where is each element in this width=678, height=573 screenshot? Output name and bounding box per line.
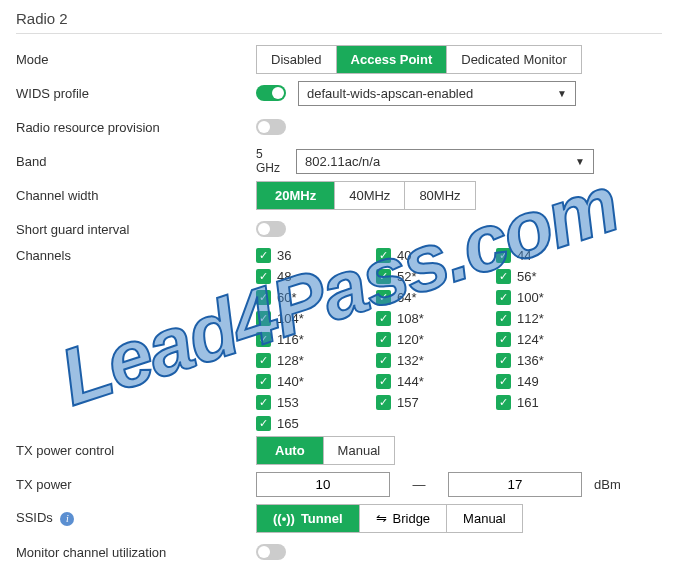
channel-checkbox[interactable]: ✓ <box>376 332 391 347</box>
channel-checkbox[interactable]: ✓ <box>496 353 511 368</box>
channel-checkbox[interactable]: ✓ <box>496 290 511 305</box>
sgi-label: Short guard interval <box>16 222 256 237</box>
channel-item: ✓52* <box>376 269 496 284</box>
channel-label: 64* <box>397 290 417 305</box>
channel-checkbox[interactable]: ✓ <box>256 374 271 389</box>
band-dropdown-value: 802.11ac/n/a <box>305 154 380 169</box>
channel-label: 52* <box>397 269 417 284</box>
channel-checkbox[interactable]: ✓ <box>256 416 271 431</box>
chw-80mhz-button[interactable]: 80MHz <box>405 182 474 209</box>
channel-item: ✓157 <box>376 395 496 410</box>
txpc-manual-button[interactable]: Manual <box>324 437 395 464</box>
txpw-high-input[interactable] <box>448 472 582 497</box>
channel-item: ✓48 <box>256 269 376 284</box>
channel-checkbox[interactable]: ✓ <box>376 290 391 305</box>
rrp-label: Radio resource provision <box>16 120 256 135</box>
ssid-bridge-text: Bridge <box>393 511 431 526</box>
channel-item: ✓112* <box>496 311 616 326</box>
mcu-label: Monitor channel utilization <box>16 545 256 560</box>
mode-accesspoint-button[interactable]: Access Point <box>337 46 448 73</box>
txpw-unit: dBm <box>594 477 621 492</box>
channel-item: ✓144* <box>376 374 496 389</box>
channel-item: ✓140* <box>256 374 376 389</box>
chw-40mhz-button[interactable]: 40MHz <box>335 182 405 209</box>
channel-checkbox[interactable]: ✓ <box>256 395 271 410</box>
channel-checkbox[interactable]: ✓ <box>496 248 511 263</box>
channel-checkbox[interactable]: ✓ <box>256 290 271 305</box>
channel-checkbox[interactable]: ✓ <box>256 353 271 368</box>
channel-item: ✓100* <box>496 290 616 305</box>
channel-label: 128* <box>277 353 304 368</box>
ssid-manual-text: Manual <box>463 511 506 526</box>
info-icon[interactable]: i <box>60 512 74 526</box>
channel-label: 40 <box>397 248 411 263</box>
channel-item: ✓161 <box>496 395 616 410</box>
channel-checkbox[interactable]: ✓ <box>376 353 391 368</box>
chw-20mhz-button[interactable]: 20MHz <box>257 182 335 209</box>
channel-label: 124* <box>517 332 544 347</box>
channel-checkbox[interactable]: ✓ <box>376 374 391 389</box>
channel-label: 108* <box>397 311 424 326</box>
mode-disabled-button[interactable]: Disabled <box>257 46 337 73</box>
channel-label: 165 <box>277 416 299 431</box>
channel-item: ✓120* <box>376 332 496 347</box>
ssid-tunnel-button[interactable]: ((•)) Tunnel <box>257 505 360 532</box>
mode-seg: Disabled Access Point Dedicated Monitor <box>256 45 582 74</box>
ssid-manual-button[interactable]: Manual <box>447 505 522 532</box>
mcu-toggle[interactable] <box>256 544 286 560</box>
channel-item: ✓40 <box>376 248 496 263</box>
row-sgi: Short guard interval <box>16 214 662 244</box>
mode-dedicatedmonitor-button[interactable]: Dedicated Monitor <box>447 46 581 73</box>
channel-item: ✓132* <box>376 353 496 368</box>
channel-label: 132* <box>397 353 424 368</box>
channel-item: ✓124* <box>496 332 616 347</box>
channel-item: ✓60* <box>256 290 376 305</box>
row-chw: Channel width 20MHz 40MHz 80MHz <box>16 180 662 210</box>
channel-item: ✓136* <box>496 353 616 368</box>
channel-label: 44 <box>517 248 531 263</box>
channel-checkbox[interactable]: ✓ <box>256 248 271 263</box>
mode-label: Mode <box>16 52 256 67</box>
channel-checkbox[interactable]: ✓ <box>496 332 511 347</box>
row-rrp: Radio resource provision <box>16 112 662 142</box>
channel-checkbox[interactable]: ✓ <box>496 311 511 326</box>
channel-checkbox[interactable]: ✓ <box>376 269 391 284</box>
wids-toggle[interactable] <box>256 85 286 101</box>
row-mcu: Monitor channel utilization <box>16 537 662 567</box>
channel-item: ✓44 <box>496 248 616 263</box>
channels-grid: ✓36✓40✓44✓48✓52*✓56*✓60*✓64*✓100*✓104*✓1… <box>256 248 616 431</box>
channel-item: ✓149 <box>496 374 616 389</box>
channel-checkbox[interactable]: ✓ <box>496 395 511 410</box>
row-ssid: SSIDs i ((•)) Tunnel ⇋ Bridge Manual <box>16 503 662 533</box>
channel-item: ✓165 <box>256 416 376 431</box>
channel-label: 161 <box>517 395 539 410</box>
ssid-bridge-button[interactable]: ⇋ Bridge <box>360 505 448 532</box>
channel-checkbox[interactable]: ✓ <box>376 311 391 326</box>
row-channels: Channels ✓36✓40✓44✓48✓52*✓56*✓60*✓64*✓10… <box>16 248 662 431</box>
channel-checkbox[interactable]: ✓ <box>376 248 391 263</box>
channel-checkbox[interactable]: ✓ <box>496 374 511 389</box>
channel-label: 153 <box>277 395 299 410</box>
channel-label: 112* <box>517 311 544 326</box>
channel-checkbox[interactable]: ✓ <box>256 311 271 326</box>
rrp-toggle[interactable] <box>256 119 286 135</box>
channel-checkbox[interactable]: ✓ <box>376 395 391 410</box>
sgi-toggle[interactable] <box>256 221 286 237</box>
channel-checkbox[interactable]: ✓ <box>496 269 511 284</box>
wids-label: WIDS profile <box>16 86 256 101</box>
tunnel-icon: ((•)) <box>273 511 295 526</box>
chevron-down-icon: ▼ <box>557 88 567 99</box>
txpw-low-input[interactable] <box>256 472 390 497</box>
txpc-auto-button[interactable]: Auto <box>257 437 324 464</box>
row-wids: WIDS profile default-wids-apscan-enabled… <box>16 78 662 108</box>
wids-dropdown-value: default-wids-apscan-enabled <box>307 86 473 101</box>
wids-dropdown[interactable]: default-wids-apscan-enabled ▼ <box>298 81 576 106</box>
row-txpw: TX power — dBm <box>16 469 662 499</box>
channel-item: ✓116* <box>256 332 376 347</box>
channel-label: 104* <box>277 311 304 326</box>
channel-label: 100* <box>517 290 544 305</box>
band-dropdown[interactable]: 802.11ac/n/a ▼ <box>296 149 594 174</box>
band-prefix: 5 GHz <box>256 147 288 175</box>
channel-checkbox[interactable]: ✓ <box>256 332 271 347</box>
channel-checkbox[interactable]: ✓ <box>256 269 271 284</box>
